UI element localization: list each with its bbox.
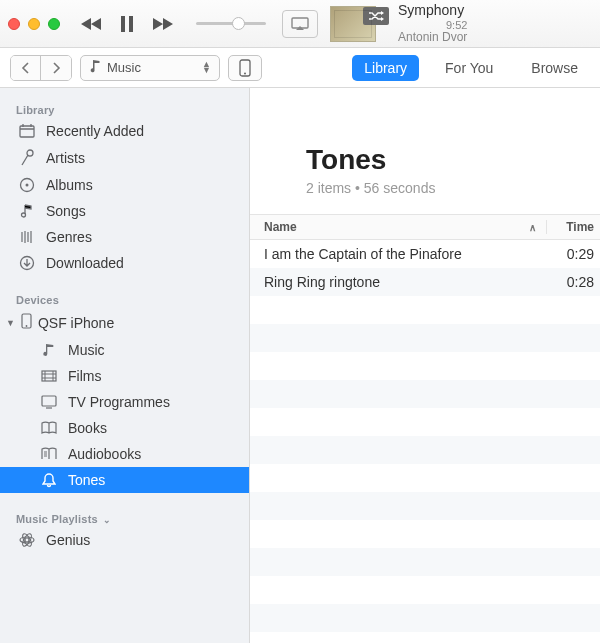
- svg-rect-5: [20, 126, 34, 137]
- device-item-films[interactable]: Films: [0, 363, 249, 389]
- music-icon: [40, 343, 58, 357]
- svg-rect-14: [42, 396, 56, 406]
- sidebar: Library Recently Added Artists Albums So…: [0, 88, 250, 643]
- volume-slider[interactable]: [196, 22, 266, 25]
- tab-browse[interactable]: Browse: [519, 55, 590, 81]
- sidebar-item-albums[interactable]: Albums: [0, 172, 249, 198]
- page-subtitle: 2 items • 56 seconds: [306, 180, 600, 196]
- sidebar-section-library: Library: [0, 98, 249, 118]
- back-button[interactable]: [11, 56, 41, 80]
- device-item-music[interactable]: Music: [0, 337, 249, 363]
- main-toolbar: Music ▲▼ Library For You Browse: [0, 48, 600, 88]
- airplay-button[interactable]: [282, 10, 318, 38]
- cell-name: Ring Ring ringtone: [250, 274, 546, 290]
- sidebar-item-genres[interactable]: Genres: [0, 224, 249, 250]
- forward-button[interactable]: [41, 56, 71, 80]
- device-button[interactable]: [228, 55, 262, 81]
- sidebar-item-songs[interactable]: Songs: [0, 198, 249, 224]
- sidebar-item-recently-added[interactable]: Recently Added: [0, 118, 249, 144]
- device-item-tones[interactable]: Tones: [0, 467, 249, 493]
- cell-time: 0:28: [546, 274, 600, 290]
- svg-point-9: [22, 213, 26, 217]
- svg-point-15: [25, 538, 29, 542]
- now-playing-artist: Antonin Dvor: [398, 31, 467, 45]
- rewind-button[interactable]: [80, 17, 102, 31]
- music-icon: [89, 59, 101, 76]
- device-item-tv[interactable]: TV Programmes: [0, 389, 249, 415]
- sidebar-item-label: Artists: [46, 150, 85, 166]
- sidebar-item-label: Songs: [46, 203, 86, 219]
- traffic-lights: [8, 18, 60, 30]
- note-icon: [18, 203, 36, 219]
- view-tabs: Library For You Browse: [352, 55, 590, 81]
- sidebar-item-genius[interactable]: Genius: [0, 527, 249, 553]
- sidebar-item-label: Albums: [46, 177, 93, 193]
- table-row[interactable]: I am the Captain of the Pinafore 0:29: [250, 240, 600, 268]
- sidebar-item-label: Audiobooks: [68, 446, 141, 462]
- clock-icon: [18, 123, 36, 139]
- iphone-icon: [21, 313, 32, 332]
- now-playing-title: Symphony: [398, 2, 464, 18]
- nav-back-forward: [10, 55, 72, 81]
- sort-asc-icon: ∧: [529, 222, 536, 233]
- sidebar-device[interactable]: ▼ QSF iPhone: [0, 308, 249, 337]
- pause-button[interactable]: [120, 16, 134, 32]
- guitar-icon: [18, 229, 36, 245]
- sidebar-item-label: Tones: [68, 472, 105, 488]
- table-empty-area: [250, 296, 600, 643]
- tab-library[interactable]: Library: [352, 55, 419, 81]
- tv-icon: [40, 395, 58, 409]
- now-playing[interactable]: Symphony 9:52 Antonin Dvor: [330, 2, 467, 46]
- film-icon: [40, 370, 58, 382]
- window-titlebar: Symphony 9:52 Antonin Dvor: [0, 0, 600, 48]
- book-icon: [40, 421, 58, 435]
- fullscreen-window-button[interactable]: [48, 18, 60, 30]
- sidebar-item-label: Downloaded: [46, 255, 124, 271]
- playback-controls: [80, 16, 174, 32]
- svg-rect-0: [121, 16, 125, 32]
- sidebar-section-devices: Devices: [0, 288, 249, 308]
- microphone-icon: [18, 149, 36, 167]
- column-name[interactable]: Name ∧: [250, 220, 546, 234]
- svg-rect-1: [129, 16, 133, 32]
- minimize-window-button[interactable]: [28, 18, 40, 30]
- main-content: Tones 2 items • 56 seconds Name ∧ Time I…: [250, 88, 600, 643]
- disclosure-triangle-icon[interactable]: ▼: [6, 318, 15, 328]
- sidebar-item-label: Films: [68, 368, 101, 384]
- table-header: Name ∧ Time: [250, 214, 600, 240]
- table-row[interactable]: Ring Ring ringtone 0:28: [250, 268, 600, 296]
- sidebar-item-label: Music: [68, 342, 105, 358]
- svg-point-8: [26, 184, 29, 187]
- stepper-icon: ▲▼: [202, 62, 211, 73]
- svg-point-12: [26, 325, 28, 327]
- page-title: Tones: [306, 144, 600, 176]
- bell-icon: [40, 472, 58, 488]
- download-icon: [18, 255, 36, 271]
- media-picker[interactable]: Music ▲▼: [80, 55, 220, 81]
- sidebar-item-artists[interactable]: Artists: [0, 144, 249, 172]
- sidebar-item-label: Genius: [46, 532, 90, 548]
- svg-point-4: [244, 72, 246, 74]
- device-label: QSF iPhone: [38, 315, 114, 331]
- chevron-down-icon: ⌄: [103, 515, 111, 525]
- sidebar-section-playlists[interactable]: Music Playlists ⌄: [0, 507, 249, 527]
- now-playing-text: Symphony 9:52 Antonin Dvor: [398, 2, 467, 46]
- svg-rect-13: [42, 371, 56, 381]
- device-item-books[interactable]: Books: [0, 415, 249, 441]
- genius-icon: [18, 532, 36, 548]
- album-art: [330, 6, 376, 42]
- media-picker-label: Music: [107, 60, 141, 75]
- cell-time: 0:29: [546, 246, 600, 262]
- sidebar-item-label: TV Programmes: [68, 394, 170, 410]
- cell-name: I am the Captain of the Pinafore: [250, 246, 546, 262]
- shuffle-icon: [363, 7, 389, 25]
- album-icon: [18, 177, 36, 193]
- sidebar-item-downloaded[interactable]: Downloaded: [0, 250, 249, 276]
- volume-thumb[interactable]: [232, 17, 245, 30]
- tab-for-you[interactable]: For You: [433, 55, 505, 81]
- device-item-audiobooks[interactable]: Audiobooks: [0, 441, 249, 467]
- close-window-button[interactable]: [8, 18, 20, 30]
- sidebar-item-label: Genres: [46, 229, 92, 245]
- column-time[interactable]: Time: [546, 220, 600, 234]
- fast-forward-button[interactable]: [152, 17, 174, 31]
